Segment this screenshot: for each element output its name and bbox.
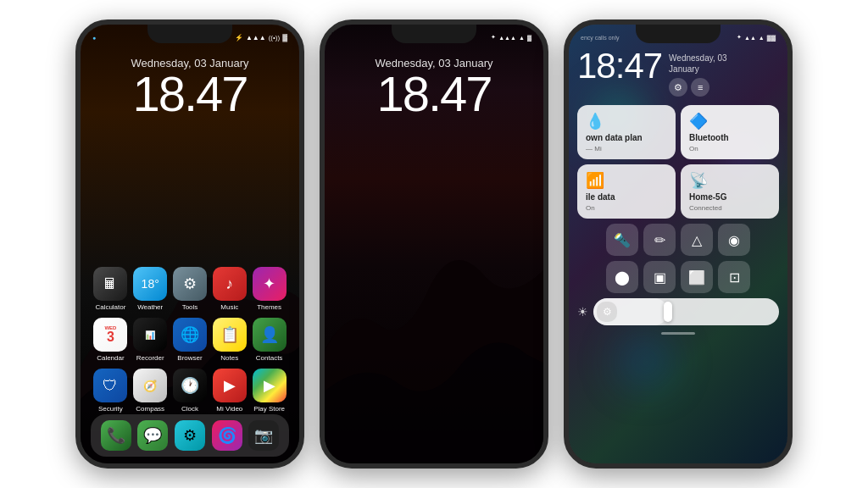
cc-tile-data-sub: — Mi xyxy=(586,145,667,152)
phone-home: ● ⚡ ▲▲▲ ((•)) ▓ Wednesday, 03 January 18… xyxy=(75,19,304,469)
app-icon-mivideo[interactable]: ▶ xyxy=(213,369,247,402)
dock-gallery[interactable]: 🌀 xyxy=(212,420,242,451)
cc-grid-btn[interactable]: ⊡ xyxy=(718,261,750,293)
cc-clock: 18:47 xyxy=(577,48,662,84)
cc-date-line2: January xyxy=(669,64,727,74)
app-label-themes: Themes xyxy=(257,303,281,311)
app-row-3: 🛡 Security 🧭 Compass 🕐 Clock ▶ Mi Video … xyxy=(91,369,289,413)
cc-settings-inner[interactable]: ⚙ xyxy=(597,302,617,322)
cc-quick-row1: 🔦 ✏ △ ◉ xyxy=(577,224,779,256)
app-icon-calendar[interactable]: WED 3 xyxy=(93,318,127,352)
app-security[interactable]: 🛡 Security xyxy=(91,369,131,413)
cc-time-row: 18:47 Wednesday, 03 January ⚙ ≡ xyxy=(577,48,779,97)
app-icon-themes[interactable]: ✦ xyxy=(253,267,287,301)
app-calendar[interactable]: WED 3 Calendar xyxy=(91,318,131,362)
wifi-icon: ((•)) xyxy=(269,34,280,42)
app-row-2: WED 3 Calendar 📊 Recorder 🌐 Browser 📋 No… xyxy=(91,318,289,362)
cc-tile-data[interactable]: 💧 own data plan — Mi xyxy=(577,105,676,159)
cc-brightness-slider[interactable]: ⚙ xyxy=(593,298,779,325)
app-calculator[interactable]: 🖩 Calculator xyxy=(91,267,131,311)
cc-torch-btn[interactable]: 🔦 xyxy=(606,224,638,256)
app-icon-music[interactable]: ♪ xyxy=(213,267,247,301)
app-compass[interactable]: 🧭 Compass xyxy=(131,369,170,413)
app-icon-recorder[interactable]: 📊 xyxy=(133,318,167,352)
app-contacts[interactable]: 👤 Contacts xyxy=(249,318,289,362)
notch xyxy=(147,25,232,43)
dock-settings[interactable]: ⚙ xyxy=(175,420,205,451)
dock-phone[interactable]: 📞 xyxy=(101,420,131,451)
bluetooth-icon: ⚡ xyxy=(235,34,243,42)
cc-tile-5g-sub: Connected xyxy=(689,204,771,212)
battery-icon-cc: ▓▓ xyxy=(767,35,776,41)
cc-tile-home5g[interactable]: 📡 Home-5G Connected xyxy=(681,164,779,219)
app-label-compass: Compass xyxy=(136,405,164,413)
app-icon-weather[interactable]: 18° xyxy=(133,267,167,301)
wifi-icon-lock: ▲ xyxy=(519,35,525,41)
app-icon-security[interactable]: 🛡 xyxy=(93,369,127,402)
app-playstore[interactable]: ▶ Play Store xyxy=(249,369,289,413)
battery-icon: ▓ xyxy=(282,34,287,42)
cc-tile-data-icon: 💧 xyxy=(586,112,667,130)
cc-settings-icon[interactable]: ⚙ xyxy=(669,78,687,97)
app-icon-clock[interactable]: 🕐 xyxy=(173,369,207,402)
app-icon-notes[interactable]: 📋 xyxy=(213,318,247,352)
app-notes[interactable]: 📋 Notes xyxy=(209,318,249,362)
app-mivideo[interactable]: ▶ Mi Video xyxy=(209,369,249,413)
date-label: Wednesday, 03 January xyxy=(81,57,299,69)
cc-quick-row2: ⬤ ▣ ⬜ ⊡ xyxy=(577,261,779,293)
status-icons-cc: ✦ ▲▲ ▲ ▓▓ xyxy=(737,34,776,41)
cc-record-btn[interactable]: ◉ xyxy=(718,224,750,256)
app-label-tools: Tools xyxy=(182,303,198,311)
cc-tile-bt-title: Bluetooth xyxy=(689,133,771,142)
app-label-playstore: Play Store xyxy=(253,405,285,413)
cc-location-btn[interactable]: ⬤ xyxy=(606,261,638,293)
phone-lockscreen: ✦ ▲▲▲ ▲ ▓ Wednesday, 03 January 18.47 Sw… xyxy=(320,19,548,469)
app-recorder[interactable]: 📊 Recorder xyxy=(131,318,170,362)
clock-label: 18.47 xyxy=(81,69,299,119)
phone-controlcenter: ency calls only ✦ ▲▲ ▲ ▓▓ 18:47 Wednesda… xyxy=(564,19,793,469)
app-row-1: 🖩 Calculator 18° Weather ⚙ Tools ♪ Music… xyxy=(91,267,289,311)
app-browser[interactable]: 🌐 Browser xyxy=(170,318,210,362)
wifi-icon-cc: ▲ xyxy=(759,35,765,41)
cc-brightness-row: ☀ ⚙ xyxy=(577,298,779,325)
app-themes[interactable]: ✦ Themes xyxy=(249,267,289,311)
date-label-lock: Wednesday, 03 January xyxy=(325,57,543,69)
bottom-handle xyxy=(661,332,695,335)
cc-tile-md-sub: On xyxy=(586,204,667,212)
cc-tile-mobiledata[interactable]: 📶 ile data On xyxy=(577,164,676,219)
status-icons: ⚡ ▲▲▲ ((•)) ▓ xyxy=(235,34,287,42)
bt-icon-cc: ✦ xyxy=(737,34,742,41)
app-clock[interactable]: 🕐 Clock xyxy=(170,369,210,413)
app-icon-contacts[interactable]: 👤 xyxy=(253,318,287,352)
app-weather[interactable]: 18° Weather xyxy=(131,267,170,311)
cc-file-btn[interactable]: ▣ xyxy=(643,261,676,293)
app-label-weather: Weather xyxy=(137,303,163,311)
dock-camera[interactable]: 📷 xyxy=(248,420,279,451)
dock-messages[interactable]: 💬 xyxy=(137,420,168,451)
app-icon-tools[interactable]: ⚙ xyxy=(173,267,207,301)
app-icon-playstore[interactable]: ▶ xyxy=(253,369,287,402)
app-music[interactable]: ♪ Music xyxy=(209,267,249,311)
cc-slider-knob xyxy=(664,302,672,322)
app-label-notes: Notes xyxy=(220,354,238,362)
cc-date-info: Wednesday, 03 January ⚙ ≡ xyxy=(669,48,727,97)
app-label-browser: Browser xyxy=(177,354,202,362)
app-label-contacts: Contacts xyxy=(256,354,283,362)
app-icon-browser[interactable]: 🌐 xyxy=(173,318,207,352)
app-icon-calculator[interactable]: 🖩 xyxy=(93,267,127,301)
control-center-content: 18:47 Wednesday, 03 January ⚙ ≡ 💧 own da… xyxy=(569,25,787,463)
app-label-music: Music xyxy=(220,303,238,311)
cc-expand-btn[interactable]: ⬜ xyxy=(681,261,713,293)
cc-date-line1: Wednesday, 03 xyxy=(669,53,727,63)
cc-edit-btn[interactable]: ✏ xyxy=(643,224,676,256)
app-icon-compass[interactable]: 🧭 xyxy=(133,369,167,402)
signal-icon-lock: ▲▲▲ xyxy=(498,35,516,41)
app-tools[interactable]: ⚙ Tools xyxy=(170,267,210,311)
cc-tile-bt-sub: On xyxy=(689,145,771,152)
cc-tile-bluetooth[interactable]: 🔷 Bluetooth On xyxy=(681,105,779,159)
app-label-calculator: Calculator xyxy=(95,303,125,311)
cc-alert-btn[interactable]: △ xyxy=(681,224,713,256)
cc-menu-icon[interactable]: ≡ xyxy=(691,78,709,97)
signal-icon-cc: ▲▲ xyxy=(744,35,756,41)
app-label-recorder: Recorder xyxy=(136,354,164,362)
